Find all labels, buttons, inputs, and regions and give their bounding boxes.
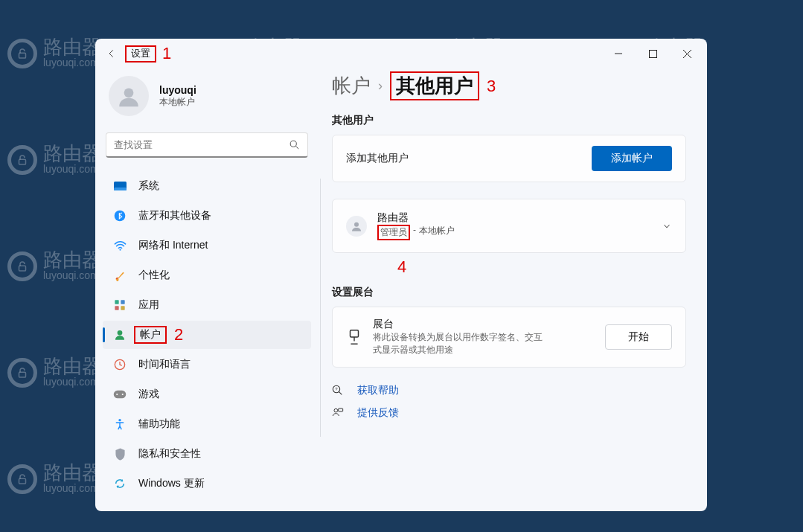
sidebar-item-personalization[interactable]: 个性化 <box>103 261 311 289</box>
svg-rect-32 <box>121 306 124 310</box>
user-name: 路由器 <box>377 211 455 225</box>
sidebar-item-time-language[interactable]: 时间和语言 <box>103 350 311 379</box>
annotation-4: 4 <box>397 257 686 277</box>
accounts-icon <box>113 328 127 342</box>
profile-name: luyouqi <box>159 84 196 96</box>
bluetooth-icon <box>113 209 127 222</box>
sidebar-item-label: 辅助功能 <box>138 417 180 431</box>
search-input[interactable] <box>114 139 289 150</box>
maximize-button[interactable] <box>636 42 670 65</box>
sidebar-item-network[interactable]: 网络和 Internet <box>103 231 311 260</box>
sidebar-item-system[interactable]: 系统 <box>103 172 311 200</box>
sidebar-item-label: 游戏 <box>138 388 159 401</box>
brush-icon <box>113 269 127 282</box>
feedback-link[interactable]: 提供反馈 <box>332 406 686 420</box>
close-icon <box>683 50 691 58</box>
svg-rect-26 <box>114 188 127 190</box>
sidebar-item-windows-update[interactable]: Windows 更新 <box>103 469 311 498</box>
close-button[interactable] <box>670 42 704 65</box>
user-account-type: 本地帐户 <box>419 225 455 240</box>
svg-point-27 <box>115 211 126 222</box>
person-icon <box>116 83 141 109</box>
sidebar-item-apps[interactable]: 应用 <box>103 291 311 319</box>
kiosk-description: 将此设备转换为展台以用作数字签名、交互式显示器或其他用途 <box>373 331 548 356</box>
title-bar: 设置 1 <box>95 39 707 68</box>
svg-rect-44 <box>339 408 343 411</box>
search-box[interactable] <box>106 132 308 158</box>
svg-point-37 <box>122 394 124 395</box>
display-icon <box>113 179 127 193</box>
clock-globe-icon <box>113 358 127 371</box>
sidebar-item-label: Windows 更新 <box>138 477 205 490</box>
sidebar-item-label: 应用 <box>138 298 159 312</box>
annotation-2: 2 <box>174 325 183 344</box>
svg-rect-21 <box>649 50 656 57</box>
profile-subtitle: 本地帐户 <box>159 96 196 109</box>
sidebar-item-accounts[interactable]: 帐户 2 <box>103 321 311 349</box>
apps-icon <box>113 298 127 312</box>
svg-rect-8 <box>19 266 26 271</box>
sidebar-item-privacy[interactable]: 隐私和安全性 <box>103 440 311 468</box>
svg-rect-30 <box>121 300 124 304</box>
help-icon: ? <box>332 385 345 397</box>
svg-point-36 <box>116 394 118 395</box>
user-panel[interactable]: 路由器 管理员 - 本地帐户 <box>332 199 686 253</box>
svg-point-39 <box>354 222 359 226</box>
svg-rect-12 <box>19 372 26 377</box>
section-kiosk-heading: 设置展台 <box>332 286 686 299</box>
sidebar-item-label: 隐私和安全性 <box>138 447 201 461</box>
nav-list: 系统 蓝牙和其他设备 网络和 Internet 个性化 应用 <box>101 170 313 500</box>
divider <box>320 179 321 437</box>
get-help-link[interactable]: ? 获取帮助 <box>332 384 686 397</box>
svg-rect-4 <box>19 159 26 164</box>
back-button[interactable] <box>98 40 125 67</box>
sidebar-item-label: 帐户 <box>134 326 167 344</box>
svg-point-28 <box>119 249 121 251</box>
content-area: 帐户 › 其他用户 3 其他用户 添加其他用户 添加帐户 路由器 <box>319 68 707 511</box>
sidebar-item-label: 系统 <box>138 179 159 193</box>
svg-line-24 <box>295 146 298 149</box>
svg-point-22 <box>124 88 134 97</box>
sidebar-item-gaming[interactable]: 游戏 <box>103 380 311 408</box>
settings-window: 设置 1 luyouqi 本地帐户 <box>95 39 707 511</box>
svg-point-23 <box>290 141 296 147</box>
svg-point-38 <box>118 419 121 421</box>
shield-icon <box>113 447 127 461</box>
annotation-3: 3 <box>487 77 496 96</box>
svg-point-43 <box>334 408 338 412</box>
chevron-right-icon: › <box>378 78 383 94</box>
minimize-button[interactable] <box>601 42 636 65</box>
breadcrumb-current: 其他用户 <box>390 71 479 100</box>
minimize-icon <box>615 50 622 57</box>
window-title: 设置 <box>125 45 156 63</box>
sidebar-item-label: 时间和语言 <box>138 358 191 371</box>
svg-rect-16 <box>19 478 26 484</box>
sidebar-item-label: 个性化 <box>138 269 170 282</box>
svg-rect-40 <box>351 330 359 337</box>
add-user-panel: 添加其他用户 添加帐户 <box>332 135 686 182</box>
sidebar-item-accessibility[interactable]: 辅助功能 <box>103 410 311 438</box>
feedback-icon <box>332 407 345 419</box>
gamepad-icon <box>113 388 127 401</box>
search-icon <box>289 139 300 150</box>
breadcrumb-parent[interactable]: 帐户 <box>332 73 371 99</box>
arrow-left-icon <box>106 48 117 59</box>
sidebar-item-label: 网络和 Internet <box>138 239 208 252</box>
maximize-icon <box>649 50 657 58</box>
profile-block[interactable]: luyouqi 本地帐户 <box>101 68 313 132</box>
add-account-button[interactable]: 添加帐户 <box>592 146 672 171</box>
breadcrumb: 帐户 › 其他用户 3 <box>332 71 686 100</box>
user-avatar-icon <box>346 216 367 237</box>
svg-point-33 <box>118 330 123 336</box>
svg-rect-35 <box>114 391 127 399</box>
avatar <box>109 76 149 116</box>
sidebar-item-bluetooth[interactable]: 蓝牙和其他设备 <box>103 202 311 230</box>
kiosk-start-button[interactable]: 开始 <box>605 324 672 350</box>
kiosk-icon <box>346 329 362 345</box>
svg-rect-31 <box>115 306 118 310</box>
annotation-1: 1 <box>162 44 171 63</box>
chevron-down-icon <box>662 221 672 231</box>
sidebar: luyouqi 本地帐户 系统 蓝牙和 <box>95 68 319 511</box>
help-link-label: 获取帮助 <box>357 384 399 397</box>
window-controls <box>601 42 704 65</box>
